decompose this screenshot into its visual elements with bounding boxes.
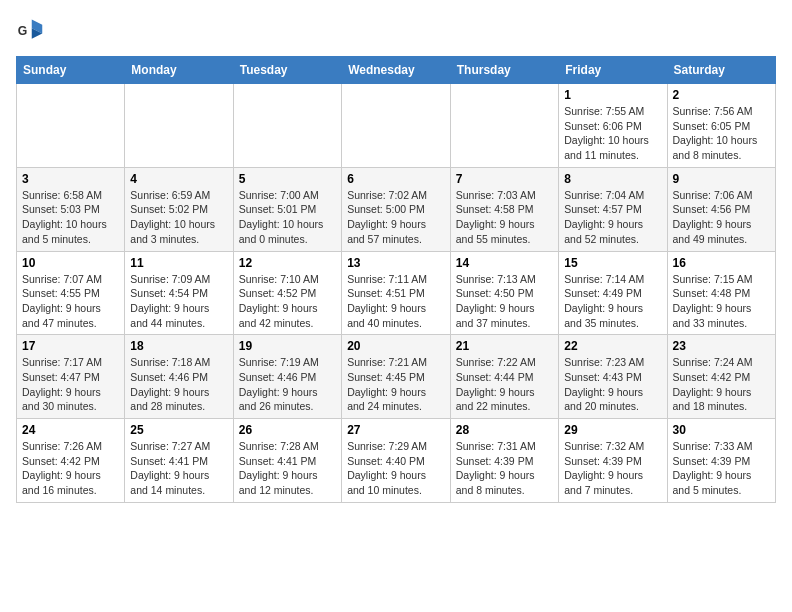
day-info: Sunrise: 7:31 AM Sunset: 4:39 PM Dayligh… xyxy=(456,439,553,498)
day-cell: 30Sunrise: 7:33 AM Sunset: 4:39 PM Dayli… xyxy=(667,419,776,503)
day-cell xyxy=(233,84,341,168)
day-info: Sunrise: 7:18 AM Sunset: 4:46 PM Dayligh… xyxy=(130,355,227,414)
week-row-2: 3Sunrise: 6:58 AM Sunset: 5:03 PM Daylig… xyxy=(17,167,776,251)
day-cell xyxy=(17,84,125,168)
day-cell: 19Sunrise: 7:19 AM Sunset: 4:46 PM Dayli… xyxy=(233,335,341,419)
day-number: 22 xyxy=(564,339,661,353)
day-cell: 27Sunrise: 7:29 AM Sunset: 4:40 PM Dayli… xyxy=(342,419,451,503)
day-cell: 20Sunrise: 7:21 AM Sunset: 4:45 PM Dayli… xyxy=(342,335,451,419)
day-cell: 22Sunrise: 7:23 AM Sunset: 4:43 PM Dayli… xyxy=(559,335,667,419)
day-number: 24 xyxy=(22,423,119,437)
day-number: 13 xyxy=(347,256,445,270)
day-number: 29 xyxy=(564,423,661,437)
day-cell: 29Sunrise: 7:32 AM Sunset: 4:39 PM Dayli… xyxy=(559,419,667,503)
day-info: Sunrise: 7:11 AM Sunset: 4:51 PM Dayligh… xyxy=(347,272,445,331)
day-info: Sunrise: 7:21 AM Sunset: 4:45 PM Dayligh… xyxy=(347,355,445,414)
day-info: Sunrise: 7:09 AM Sunset: 4:54 PM Dayligh… xyxy=(130,272,227,331)
day-info: Sunrise: 7:00 AM Sunset: 5:01 PM Dayligh… xyxy=(239,188,336,247)
day-number: 3 xyxy=(22,172,119,186)
day-info: Sunrise: 6:59 AM Sunset: 5:02 PM Dayligh… xyxy=(130,188,227,247)
day-info: Sunrise: 7:33 AM Sunset: 4:39 PM Dayligh… xyxy=(673,439,771,498)
day-info: Sunrise: 7:26 AM Sunset: 4:42 PM Dayligh… xyxy=(22,439,119,498)
week-row-4: 17Sunrise: 7:17 AM Sunset: 4:47 PM Dayli… xyxy=(17,335,776,419)
column-header-thursday: Thursday xyxy=(450,57,558,84)
day-cell xyxy=(125,84,233,168)
day-number: 23 xyxy=(673,339,771,353)
day-info: Sunrise: 7:22 AM Sunset: 4:44 PM Dayligh… xyxy=(456,355,553,414)
day-info: Sunrise: 7:15 AM Sunset: 4:48 PM Dayligh… xyxy=(673,272,771,331)
column-header-saturday: Saturday xyxy=(667,57,776,84)
day-cell: 3Sunrise: 6:58 AM Sunset: 5:03 PM Daylig… xyxy=(17,167,125,251)
day-info: Sunrise: 7:55 AM Sunset: 6:06 PM Dayligh… xyxy=(564,104,661,163)
day-number: 7 xyxy=(456,172,553,186)
column-header-tuesday: Tuesday xyxy=(233,57,341,84)
day-cell: 24Sunrise: 7:26 AM Sunset: 4:42 PM Dayli… xyxy=(17,419,125,503)
day-info: Sunrise: 7:06 AM Sunset: 4:56 PM Dayligh… xyxy=(673,188,771,247)
day-cell: 4Sunrise: 6:59 AM Sunset: 5:02 PM Daylig… xyxy=(125,167,233,251)
day-info: Sunrise: 7:56 AM Sunset: 6:05 PM Dayligh… xyxy=(673,104,771,163)
day-cell: 2Sunrise: 7:56 AM Sunset: 6:05 PM Daylig… xyxy=(667,84,776,168)
day-cell: 25Sunrise: 7:27 AM Sunset: 4:41 PM Dayli… xyxy=(125,419,233,503)
column-header-sunday: Sunday xyxy=(17,57,125,84)
day-cell: 15Sunrise: 7:14 AM Sunset: 4:49 PM Dayli… xyxy=(559,251,667,335)
day-number: 28 xyxy=(456,423,553,437)
day-info: Sunrise: 7:32 AM Sunset: 4:39 PM Dayligh… xyxy=(564,439,661,498)
day-info: Sunrise: 7:19 AM Sunset: 4:46 PM Dayligh… xyxy=(239,355,336,414)
day-cell: 14Sunrise: 7:13 AM Sunset: 4:50 PM Dayli… xyxy=(450,251,558,335)
week-row-3: 10Sunrise: 7:07 AM Sunset: 4:55 PM Dayli… xyxy=(17,251,776,335)
day-cell: 7Sunrise: 7:03 AM Sunset: 4:58 PM Daylig… xyxy=(450,167,558,251)
day-number: 4 xyxy=(130,172,227,186)
day-info: Sunrise: 7:03 AM Sunset: 4:58 PM Dayligh… xyxy=(456,188,553,247)
column-header-wednesday: Wednesday xyxy=(342,57,451,84)
week-row-5: 24Sunrise: 7:26 AM Sunset: 4:42 PM Dayli… xyxy=(17,419,776,503)
day-info: Sunrise: 7:02 AM Sunset: 5:00 PM Dayligh… xyxy=(347,188,445,247)
day-number: 9 xyxy=(673,172,771,186)
day-cell: 17Sunrise: 7:17 AM Sunset: 4:47 PM Dayli… xyxy=(17,335,125,419)
day-info: Sunrise: 6:58 AM Sunset: 5:03 PM Dayligh… xyxy=(22,188,119,247)
day-cell: 12Sunrise: 7:10 AM Sunset: 4:52 PM Dayli… xyxy=(233,251,341,335)
day-info: Sunrise: 7:24 AM Sunset: 4:42 PM Dayligh… xyxy=(673,355,771,414)
day-cell: 5Sunrise: 7:00 AM Sunset: 5:01 PM Daylig… xyxy=(233,167,341,251)
day-cell: 21Sunrise: 7:22 AM Sunset: 4:44 PM Dayli… xyxy=(450,335,558,419)
day-cell: 13Sunrise: 7:11 AM Sunset: 4:51 PM Dayli… xyxy=(342,251,451,335)
day-number: 27 xyxy=(347,423,445,437)
day-number: 18 xyxy=(130,339,227,353)
day-number: 2 xyxy=(673,88,771,102)
day-info: Sunrise: 7:27 AM Sunset: 4:41 PM Dayligh… xyxy=(130,439,227,498)
day-number: 17 xyxy=(22,339,119,353)
day-info: Sunrise: 7:07 AM Sunset: 4:55 PM Dayligh… xyxy=(22,272,119,331)
day-cell: 28Sunrise: 7:31 AM Sunset: 4:39 PM Dayli… xyxy=(450,419,558,503)
day-info: Sunrise: 7:04 AM Sunset: 4:57 PM Dayligh… xyxy=(564,188,661,247)
day-number: 10 xyxy=(22,256,119,270)
day-cell: 23Sunrise: 7:24 AM Sunset: 4:42 PM Dayli… xyxy=(667,335,776,419)
day-cell: 16Sunrise: 7:15 AM Sunset: 4:48 PM Dayli… xyxy=(667,251,776,335)
day-number: 5 xyxy=(239,172,336,186)
day-cell: 26Sunrise: 7:28 AM Sunset: 4:41 PM Dayli… xyxy=(233,419,341,503)
logo-icon: G xyxy=(16,16,44,44)
day-number: 15 xyxy=(564,256,661,270)
day-number: 14 xyxy=(456,256,553,270)
day-number: 21 xyxy=(456,339,553,353)
column-header-monday: Monday xyxy=(125,57,233,84)
day-info: Sunrise: 7:29 AM Sunset: 4:40 PM Dayligh… xyxy=(347,439,445,498)
day-number: 1 xyxy=(564,88,661,102)
day-number: 20 xyxy=(347,339,445,353)
day-number: 11 xyxy=(130,256,227,270)
svg-text:G: G xyxy=(18,24,28,38)
day-cell: 6Sunrise: 7:02 AM Sunset: 5:00 PM Daylig… xyxy=(342,167,451,251)
day-info: Sunrise: 7:13 AM Sunset: 4:50 PM Dayligh… xyxy=(456,272,553,331)
day-info: Sunrise: 7:28 AM Sunset: 4:41 PM Dayligh… xyxy=(239,439,336,498)
header: G xyxy=(16,16,776,44)
day-info: Sunrise: 7:17 AM Sunset: 4:47 PM Dayligh… xyxy=(22,355,119,414)
week-row-1: 1Sunrise: 7:55 AM Sunset: 6:06 PM Daylig… xyxy=(17,84,776,168)
day-info: Sunrise: 7:14 AM Sunset: 4:49 PM Dayligh… xyxy=(564,272,661,331)
day-number: 26 xyxy=(239,423,336,437)
day-cell xyxy=(342,84,451,168)
day-cell: 9Sunrise: 7:06 AM Sunset: 4:56 PM Daylig… xyxy=(667,167,776,251)
day-info: Sunrise: 7:23 AM Sunset: 4:43 PM Dayligh… xyxy=(564,355,661,414)
day-number: 30 xyxy=(673,423,771,437)
day-cell xyxy=(450,84,558,168)
logo: G xyxy=(16,16,48,44)
day-info: Sunrise: 7:10 AM Sunset: 4:52 PM Dayligh… xyxy=(239,272,336,331)
day-number: 6 xyxy=(347,172,445,186)
